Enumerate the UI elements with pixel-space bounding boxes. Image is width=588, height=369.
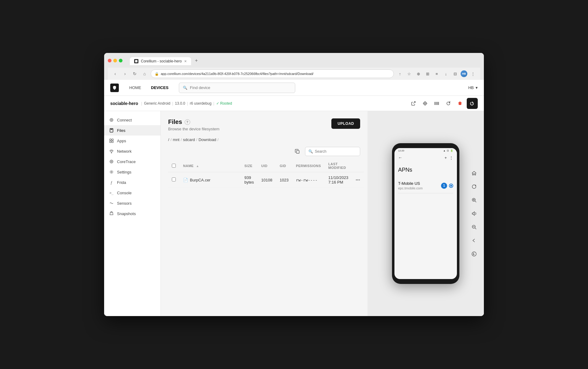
apn-name: T-Mobile US [398,181,423,186]
maximize-button[interactable] [119,59,123,62]
breadcrumb-mnt[interactable]: mnt [173,137,179,142]
breadcrumb-root[interactable]: / [168,137,169,142]
phone-control-rotate[interactable] [469,182,479,192]
preview-controls [469,168,479,259]
global-search-bar[interactable]: 🔍 [179,83,295,93]
phone-more-button[interactable]: ⋮ [449,155,453,160]
back-nav-button[interactable]: ‹ [111,70,119,77]
new-tab-button[interactable]: + [192,56,201,65]
phone-control-back[interactable] [469,236,479,245]
app-content: HOME DEVICES 🔍 HB ▾ sociable-hero | Gene… [104,80,484,316]
app-logo [110,84,119,92]
apn-info: T-Mobile US epc.tmobile.com [398,181,423,190]
refresh-button[interactable] [443,99,453,108]
phone-control-zoom-out[interactable] [469,222,479,232]
share-button[interactable]: ↑ [396,70,404,77]
file-search-bar[interactable]: 🔍 [305,147,360,156]
file-title: Files ? [168,118,220,125]
power-button[interactable] [467,98,478,109]
browser-toolbar: ‹ › ↻ ⌂ 🔒 app.corellium.com/devices/4a21… [108,68,480,80]
user-chevron-icon: ▾ [476,85,478,90]
phone-control-volume[interactable] [469,209,479,218]
menu-button[interactable]: ⋮ [469,70,477,77]
sidebar-item-apps[interactable]: Apps [104,136,160,146]
row-checkbox[interactable] [172,177,176,181]
sidebar-item-frida[interactable]: ƒ Frida [104,177,160,188]
phone-control-fingerprint[interactable] [469,249,479,259]
file-name[interactable]: BurpCA.cer [190,178,210,182]
reload-button[interactable]: ↻ [131,70,138,77]
phone-control-home[interactable] [469,168,479,178]
phone-page-title: APNs [398,167,453,173]
download-button[interactable]: ↓ [442,70,450,77]
forward-nav-button[interactable]: › [121,70,129,77]
bookmark-button[interactable]: ☆ [405,70,413,77]
target-button[interactable] [420,99,430,108]
phone-back-button[interactable]: ← [398,155,402,160]
svg-rect-7 [435,102,435,105]
file-search-input[interactable] [315,149,357,154]
tab-favicon [134,59,138,63]
extensions-button[interactable]: ⊕ [415,70,422,77]
apn-url: epc.tmobile.com [398,186,423,190]
app-nav: HOME DEVICES [125,84,173,92]
extensions2-button[interactable]: ≡ [433,70,440,77]
delete-button[interactable] [455,99,465,108]
columns-button[interactable] [432,99,442,108]
phone-add-button[interactable]: + [444,155,447,160]
copy-path-button[interactable] [293,147,302,156]
nav-devices[interactable]: DEVICES [147,84,173,92]
select-all-checkbox[interactable] [172,164,176,168]
sort-icon: ▲ [196,164,199,168]
browser-chrome: Corellium - sociable-hero ✕ + ‹ › ↻ ⌂ 🔒 … [104,53,484,80]
file-browser: Files ? Browse the device filesystem UPL… [161,111,368,316]
breadcrumb-download[interactable]: Download [198,137,216,142]
connect-icon [109,117,114,122]
close-button[interactable] [108,59,111,62]
battery-icon: 🔋 [450,149,453,152]
breadcrumb-sdcard[interactable]: sdcard [183,137,195,142]
phone-content: APNs T-Mobile US epc.tmobile.com 1 [394,162,457,279]
phone-control-zoom-in[interactable] [469,195,479,205]
sidebar-item-connect[interactable]: Connect [104,115,160,125]
sidebar-item-coretrace[interactable]: CoreTrace [104,156,160,167]
sidebar-item-console[interactable]: >_ Console [104,188,160,198]
file-last-modified: 11/10/2023 7:16 PM [325,172,352,188]
address-bar[interactable]: 🔒 app.corellium.com/devices/4a211a9b-8f2… [151,69,394,78]
sidebar-item-sensors[interactable]: Sensors [104,198,160,208]
file-subtitle: Browse the device filesystem [168,127,220,131]
minimize-button[interactable] [113,59,117,62]
home-nav-button[interactable]: ⌂ [141,70,148,77]
file-more-button[interactable]: ••• [356,177,360,182]
svg-rect-0 [135,60,138,62]
sidebar-label-settings: Settings [117,170,131,174]
settings-icon [109,170,114,174]
sidebar-item-network[interactable]: Network [104,146,160,156]
svg-point-2 [424,103,426,104]
open-external-button[interactable] [409,99,418,108]
sidebar-label-network: Network [117,149,132,154]
file-table: NAME ▲ SIZE UID GID PERMISSIONS LAST MOD… [168,160,364,188]
phone-nav-actions: + ⋮ [444,155,453,160]
nav-home[interactable]: HOME [125,84,145,92]
user-badge[interactable]: HB ▾ [468,85,478,90]
sidebar-item-files[interactable]: Files [104,125,160,136]
tab-close-button[interactable]: ✕ [184,59,187,63]
user-avatar[interactable]: HB [461,70,467,77]
info-icon[interactable]: ? [185,119,190,125]
puzzle-icon[interactable]: ⊞ [424,70,431,77]
tab-title: Corellium - sociable-hero [141,59,182,63]
apn-list-item[interactable]: T-Mobile US epc.tmobile.com 1 [398,178,453,193]
find-device-input[interactable] [190,85,291,90]
apn-right: 1 [441,183,453,189]
grid-button[interactable]: ⊟ [451,70,459,77]
apn-radio-button[interactable] [449,184,453,188]
upload-button[interactable]: UPLOAD [331,118,360,129]
traffic-lights [108,59,123,62]
active-tab[interactable]: Corellium - sociable-hero ✕ [130,57,191,65]
phone-nav-bar: ← + ⋮ [394,153,457,162]
sidebar-item-settings[interactable]: Settings [104,167,160,177]
rooted-badge: ✓ Rooted [216,101,232,106]
sidebar-item-snapshots[interactable]: Snapshots [104,208,160,219]
sidebar-label-files: Files [117,128,125,133]
